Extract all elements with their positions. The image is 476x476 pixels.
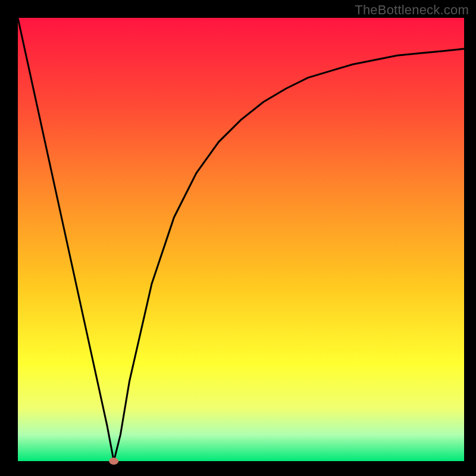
plot-background (18, 18, 464, 461)
optimal-marker (109, 458, 118, 465)
watermark-text: TheBottleneck.com (355, 2, 469, 18)
chart-container: TheBottleneck.com (0, 0, 476, 476)
bottleneck-chart (0, 0, 476, 476)
